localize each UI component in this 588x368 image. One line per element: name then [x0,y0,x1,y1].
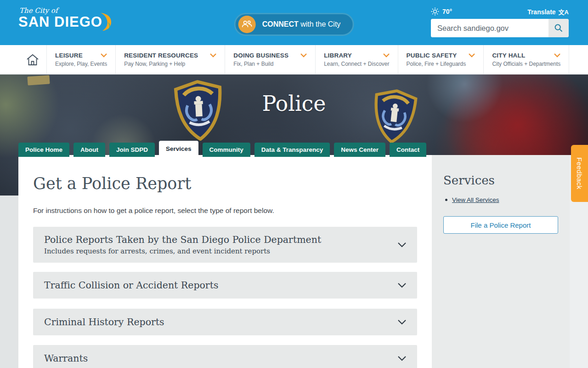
accordion-warrants[interactable]: Warrants [33,345,417,368]
tab-data-transparency[interactable]: Data & Transparency [254,143,330,157]
officer-name-plate [27,75,50,85]
feedback-label: Feedback [576,157,583,190]
sidebar-links: View All Services [445,196,558,203]
weather-widget[interactable]: 70° [431,7,452,16]
temperature-label: 70° [442,8,452,15]
chevron-down-icon [101,53,107,58]
nav-home-button[interactable] [18,45,47,74]
feedback-tab[interactable]: Feedback [571,145,588,202]
people-icon [238,16,256,33]
accordion-police-reports[interactable]: Police Reports Taken by the San Diego Po… [33,227,417,263]
chevron-down-icon [398,283,406,288]
accordion-criminal-history[interactable]: Criminal History Reports [33,309,417,335]
translate-button[interactable]: Translate 文A [527,7,569,16]
tab-join-sdpd[interactable]: Join SDPD [109,143,155,157]
nav-item-doing-business[interactable]: DOING BUSINESS Fix, Plan + Build [225,45,316,74]
services-sidebar: Services View All Services File a Police… [432,155,570,368]
logo-swoosh-icon [98,13,113,33]
search-button[interactable] [548,19,569,37]
main-content: Get a Police Report For instructions on … [18,155,432,368]
chevron-down-icon [300,53,307,58]
file-police-report-button[interactable]: File a Police Report [443,216,558,234]
nav-item-library[interactable]: LIBRARY Learn, Connect + Discover [316,45,398,74]
tab-services[interactable]: Services [159,141,198,157]
chevron-down-icon [554,53,560,58]
list-item: View All Services [445,196,558,203]
nav-item-resident-resources[interactable]: RESIDENT RESOURCES Pay Now, Parking + He… [116,45,225,74]
translate-label: Translate [527,8,555,16]
chevron-down-icon [469,53,475,58]
tab-about[interactable]: About [74,143,105,157]
section-tabs: Police Home About Join SDPD Services Com… [18,141,426,157]
connect-with-city-button[interactable]: CONNECT with the City [234,13,354,36]
chevron-down-icon [383,53,390,58]
chevron-down-icon [210,53,216,58]
sidebar-title: Services [443,173,558,187]
content-area: Get a Police Report For instructions on … [18,155,588,368]
city-logo[interactable]: The City of SAN DIEGO [18,6,113,33]
connect-label: CONNECT with the City [262,20,341,29]
home-icon [26,53,40,66]
nav-item-public-safety[interactable]: PUBLIC SAFETY Police, Fire + Lifeguards [398,45,484,74]
translate-icon: 文A [559,7,569,16]
search-input[interactable] [431,19,548,37]
search-icon [554,23,563,33]
tab-police-home[interactable]: Police Home [18,143,69,157]
primary-nav: LEISURE Explore, Play, Events RESIDENT R… [0,45,588,75]
view-all-services-link[interactable]: View All Services [452,196,499,203]
hero-title: Police [0,91,588,116]
tab-contact[interactable]: Contact [390,143,426,157]
sun-icon [431,7,439,16]
logo-text: SAN DIEGO [18,15,102,30]
nav-item-leisure[interactable]: LEISURE Explore, Play, Events [47,45,116,74]
accordion-traffic-collision[interactable]: Traffic Collision or Accident Reports [33,272,417,299]
site-header: The City of SAN DIEGO CONNECT with the C… [0,0,588,45]
nav-item-city-hall[interactable]: CITY HALL City Officials + Departments [484,45,569,74]
chevron-down-icon [398,356,406,361]
chevron-down-icon [398,242,406,247]
site-search [431,19,569,37]
chevron-down-icon [398,320,406,325]
tab-community[interactable]: Community [203,143,250,157]
page-title: Get a Police Report [33,174,417,193]
tab-news-center[interactable]: News Center [334,143,385,157]
intro-text: For instructions on how to get a police … [33,207,417,215]
bullet-icon [445,199,447,201]
